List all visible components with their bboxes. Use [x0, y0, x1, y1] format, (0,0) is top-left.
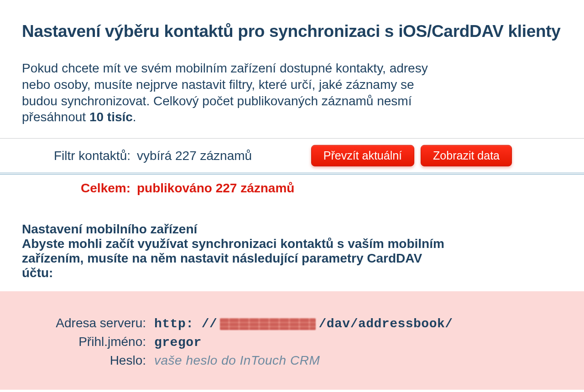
server-address-label: Adresa serveru: [22, 316, 154, 330]
device-title-line1: Nastavení mobilního zařízení [22, 222, 197, 236]
takeover-button[interactable]: Převzít aktuální [311, 145, 414, 166]
server-url-post: /dav/addressbook/ [318, 317, 453, 331]
page-title: Nastavení výběru kontaktů pro synchroniz… [22, 22, 562, 41]
device-title-rest: Abyste mohli začít využívat synchronizac… [22, 237, 444, 280]
login-label: Přihl.jméno: [22, 335, 154, 349]
filter-row: Filtr kontaktů: vybírá 227 záznamů Převz… [0, 139, 584, 173]
password-label: Heslo: [22, 353, 154, 368]
intro-post: . [133, 110, 136, 124]
total-row: Celkem: publikováno 227 záznamů [0, 175, 584, 202]
server-url-pre: http: // [154, 317, 217, 331]
intro-bold: 10 tisíc [89, 110, 133, 124]
filter-label: Filtr kontaktů: [22, 149, 137, 163]
server-host-redacted [220, 318, 316, 330]
show-data-button[interactable]: Zobrazit data [421, 145, 512, 166]
intro-text: Pokud chcete mít ve svém mobilním zaříze… [22, 60, 433, 125]
password-hint: vaše heslo do InTouch CRM [154, 353, 320, 368]
filter-value: vybírá 227 záznamů [137, 149, 252, 163]
carddav-params: Adresa serveru: http: // /dav/addressboo… [0, 291, 584, 390]
total-value: publikováno 227 záznamů [137, 181, 294, 196]
server-address-value: http: // /dav/addressbook/ [154, 317, 453, 331]
intro-pre: Pokud chcete mít ve svém mobilním zaříze… [22, 61, 428, 124]
total-label: Celkem: [22, 181, 137, 196]
login-value: gregor [154, 335, 202, 350]
device-section-title: Nastavení mobilního zařízení Abyste mohl… [22, 222, 446, 280]
